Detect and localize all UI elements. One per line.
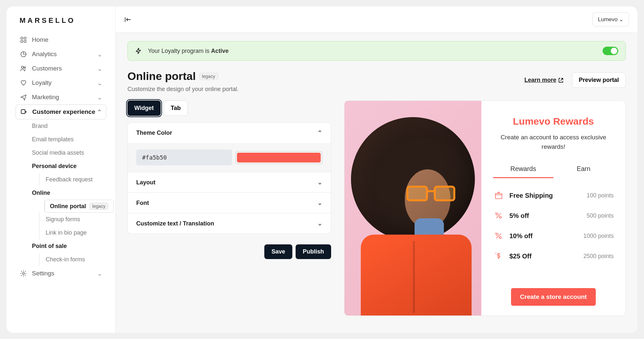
grid-icon [20,36,27,44]
accordion-head-layout[interactable]: Layout ⌄ [128,172,331,193]
sidebar-sub-social-media[interactable]: Social media assets [32,146,115,160]
preview-tabs: Rewards Earn [493,161,614,178]
sidebar-sub-link-in-bio[interactable]: Link in bio page [39,226,115,239]
mode-tabs: Widget Tab [127,100,331,116]
accordion-head-font[interactable]: Font ⌄ [128,193,331,213]
sidebar: MARSELLO Home Analytics ⌄ Customers ⌄ [7,7,116,333]
accordion-layout: Layout ⌄ [128,172,331,193]
reward-row: 10% off 1000 points [493,226,614,246]
svg-point-5 [22,66,23,68]
reward-points: 1000 points [583,233,614,239]
sidebar-sub-online-portal[interactable]: Online portal legacy [44,200,114,213]
preview-subtitle: Create an account to access exclusive re… [493,133,614,151]
sidebar-sub-checkin-forms[interactable]: Check-in forms [39,253,115,266]
color-swatch[interactable] [237,153,321,162]
svg-point-12 [496,233,498,235]
reward-points: 2500 points [583,253,614,260]
reward-label: 5% off [509,212,529,220]
tab-tab[interactable]: Tab [164,100,188,116]
accordion-theme-color: Theme Color ⌃ #fa5b50 [128,123,331,172]
reward-label: 10% off [509,232,533,240]
svg-point-10 [496,213,498,215]
sidebar-sub-signup-forms[interactable]: Signup forms [39,213,115,226]
svg-rect-2 [21,40,23,42]
sidebar-item-settings[interactable]: Settings ⌄ [7,266,115,281]
sidebar-item-label: Marketing [32,94,59,101]
save-button[interactable]: Save [264,244,292,259]
accordion-label: Font [136,200,149,207]
percent-icon [493,230,504,241]
sidebar-item-customer-experience[interactable]: Customer experience ⌃ [16,104,106,119]
app-window: MARSELLO Home Analytics ⌄ Customers ⌄ [7,7,637,333]
sidebar-heading-online: Online [32,186,115,200]
create-account-button[interactable]: Create a store account [511,288,596,306]
reward-row: 5% off 500 points [493,206,614,226]
accordion-head-customize[interactable]: Customize text / Translation ⌄ [128,213,331,234]
sidebar-sub-feedback-request[interactable]: Feedback request [39,173,115,186]
sidebar-item-label: Loyalty [32,79,51,86]
sidebar-item-loyalty[interactable]: Loyalty ⌄ [7,76,115,90]
sidebar-item-marketing[interactable]: Marketing ⌄ [7,90,115,104]
chevron-down-icon: ⌄ [619,16,623,23]
sidebar-item-label: Settings [32,270,54,277]
sidebar-item-analytics[interactable]: Analytics ⌄ [7,47,115,61]
heart-icon [20,79,27,87]
accordion-label: Theme Color [136,130,172,136]
pie-icon [20,50,27,58]
preview-tab-earn[interactable]: Earn [553,161,614,178]
sidebar-item-customers[interactable]: Customers ⌄ [7,61,115,76]
chevron-down-icon: ⌄ [317,179,322,186]
banner-status: Active [211,48,228,54]
reward-row: $25 Off 2500 points [493,246,614,266]
preview-portal-button[interactable]: Preview portal [572,72,626,88]
experience-icon [20,108,28,116]
main-area: Lumevo⌄ Your Loyalty program is Active O… [116,7,637,333]
svg-point-8 [22,272,24,274]
page-title-text: Online portal [127,70,196,83]
svg-rect-7 [21,110,25,114]
external-link-icon [558,78,564,83]
reward-points: 500 points [587,212,614,219]
preview-panel: Lumevo Rewards Create an account to acce… [344,100,626,316]
legacy-badge: legacy [89,203,108,210]
preview-rewards-list: Free Shipping 100 points 5% off 500 poin… [493,185,614,282]
learn-more-link[interactable]: Learn more [524,77,564,84]
publish-button[interactable]: Publish [296,244,331,259]
svg-point-13 [499,237,501,239]
config-column: Widget Tab Theme Color ⌃ #fa5b50 [127,100,331,259]
store-selector[interactable]: Lumevo⌄ [593,12,629,26]
chevron-up-icon: ⌃ [97,108,102,116]
accordion-label: Layout [136,179,155,186]
settings-card: Theme Color ⌃ #fa5b50 [127,122,331,234]
color-hex-input[interactable]: #fa5b50 [136,149,232,165]
store-name: Lumevo [598,16,618,23]
page-title: Online portal legacy [127,70,218,83]
chevron-down-icon: ⌄ [317,199,322,207]
sidebar-item-label: Customers [32,65,62,72]
sidebar-sub-label: Online portal [50,203,86,210]
svg-point-11 [499,216,501,218]
tab-widget[interactable]: Widget [127,100,161,116]
chevron-down-icon: ⌄ [97,51,102,58]
preview-image [344,101,481,316]
accordion-font: Font ⌄ [128,193,331,213]
sidebar-sub-email-templates[interactable]: Email templates [32,133,115,146]
send-icon [20,93,27,101]
sidebar-sub-brand[interactable]: Brand [32,119,115,133]
svg-rect-0 [21,37,23,39]
accordion-head-theme[interactable]: Theme Color ⌃ [128,123,331,143]
learn-more-label: Learn more [524,77,556,84]
svg-point-6 [24,67,26,69]
accordion-customize-text: Customize text / Translation ⌄ [128,213,331,234]
dollar-icon [493,251,504,262]
preview-content: Lumevo Rewards Create an account to acce… [481,101,625,316]
sidebar-item-home[interactable]: Home [7,33,115,47]
sidebar-item-label: Customer experience [32,108,95,116]
preview-tab-rewards[interactable]: Rewards [493,161,553,178]
sidebar-heading-pos: Point of sale [32,239,115,253]
chevron-up-icon: ⌃ [317,129,322,136]
collapse-sidebar-button[interactable] [124,17,131,23]
loyalty-toggle[interactable] [603,47,618,55]
percent-icon [493,210,504,221]
svg-rect-1 [24,37,26,39]
